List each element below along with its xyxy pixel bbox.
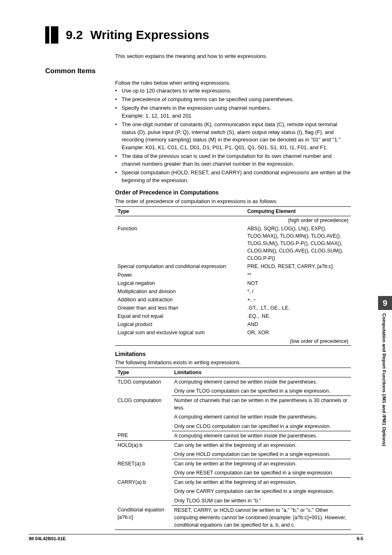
cell: Only one CLOG computation can be specifi…	[172, 422, 351, 431]
cell: Power	[115, 271, 245, 279]
heading-bar-thick	[45, 26, 49, 44]
intro-text: This section explains the meaning and ho…	[115, 53, 351, 60]
cell: OR, XOR	[245, 328, 351, 337]
th-type: Type	[115, 368, 172, 377]
precedence-table: TypeComputing Element (high order of pre…	[115, 206, 351, 346]
limitations-heading: Limitations	[115, 350, 351, 358]
cell: NOT	[245, 279, 351, 287]
side-chapter-text: Computation and Report Functions (/M1 an…	[382, 310, 387, 483]
cell: CLOG computation	[115, 396, 172, 431]
section-heading: 9.2 Writing Expressions	[45, 26, 351, 44]
cell: A computing element cannot be written in…	[172, 377, 351, 386]
cell: Can only be written at the beginning of …	[172, 478, 351, 487]
side-chapter-number: 9	[378, 296, 392, 310]
cell: ABS(), SQR(), LOG(), LN(), EXP(), TLOG.M…	[245, 224, 351, 263]
side-tab: 9 Computation and Report Functions (/M1 …	[378, 296, 392, 483]
cell: RESET, CARRY, or HOLD cannot be written …	[172, 505, 351, 530]
footer-page-number: 9-5	[357, 536, 363, 541]
th-limit: Limitations	[172, 368, 351, 377]
cell: *, /	[245, 287, 351, 296]
bullet: Use up to 120 characters to write expres…	[115, 87, 351, 95]
cell: A computing element cannot be written in…	[172, 412, 351, 421]
cell: Only one CARRY computation can be specif…	[172, 487, 351, 496]
cell: Logical sum and exclusive logical sum	[115, 328, 245, 337]
cell: **	[245, 271, 351, 279]
cell: Only TLOG.SUM can be written in "b."	[172, 496, 351, 506]
cell: .EQ., .NE.	[245, 312, 351, 320]
precedence-lead: The order of precedence of computation i…	[115, 198, 351, 206]
bullet: The data of the previous scan is used in…	[115, 153, 351, 168]
bullet: Special computation (HOLD, RESET, and CA…	[115, 169, 351, 185]
th-element: Computing Element	[245, 206, 351, 216]
cell: Can only be written at the beginning of …	[172, 459, 351, 469]
limitations-lead: The following limitations exists in writ…	[115, 359, 351, 367]
cell: Multiplication and division	[115, 287, 245, 296]
cell: Conditional equation [a?b:c]	[115, 505, 172, 530]
footer-doc-id: IM 04L42B01-01E	[29, 536, 66, 541]
cell: Special computation and conditional expr…	[115, 262, 245, 271]
cell: HOLD(a):b	[115, 440, 172, 459]
common-bullets: Use up to 120 characters to write expres…	[115, 87, 351, 184]
common-items-heading: Common Items	[45, 66, 351, 76]
cell: Number of channels that can be written i…	[172, 396, 351, 413]
cell: Only one RESET computation can be specif…	[172, 468, 351, 478]
cell: Logical product	[115, 320, 245, 328]
cell: RESET(a):b	[115, 459, 172, 478]
cell: PRE	[115, 431, 172, 440]
cell: AND	[245, 320, 351, 328]
low-order: (low order of precedence)	[245, 337, 351, 346]
cell: Logical negation	[115, 279, 245, 287]
page-footer: IM 04L42B01-01E 9-5	[29, 534, 363, 541]
bullet: Specify the channels in the expression u…	[115, 104, 351, 120]
cell: Can only be written at the beginning of …	[172, 440, 351, 450]
cell: Function	[115, 224, 245, 263]
cell: Addition and subtraction	[115, 296, 245, 304]
limitations-table: TypeLimitations TLOG computationA comput…	[115, 368, 351, 530]
cell: Only one HOLD computation can be specifi…	[172, 450, 351, 459]
high-order: (high order of precedence)	[245, 216, 351, 224]
th-type: Type	[115, 206, 245, 216]
cell: Greater than and less than	[115, 304, 245, 312]
cell: +, –	[245, 296, 351, 304]
cell: Equal and not equal	[115, 312, 245, 320]
common-lead: Follow the rules below when writing expr…	[115, 79, 351, 87]
cell: A computing element cannot be written in…	[172, 431, 351, 440]
section-number: 9.2	[66, 26, 90, 44]
cell: PRE, HOLD, RESET, CARRY, [a?b:c]	[245, 262, 351, 271]
heading-bar-thin	[51, 26, 58, 44]
cell: Only one TLOG computation can be specifi…	[172, 386, 351, 396]
cell: TLOG computation	[115, 377, 172, 395]
cell: CARRY(a):b	[115, 478, 172, 505]
cell: .GT., .LT., GE., LE.	[245, 304, 351, 312]
bullet: The one-digit number of constants (K), c…	[115, 121, 351, 152]
precedence-heading: Order of Precedence in Computations	[115, 188, 351, 197]
section-title: Writing Expressions	[90, 26, 210, 44]
bullet: The precedence of computing terms can be…	[115, 96, 351, 104]
